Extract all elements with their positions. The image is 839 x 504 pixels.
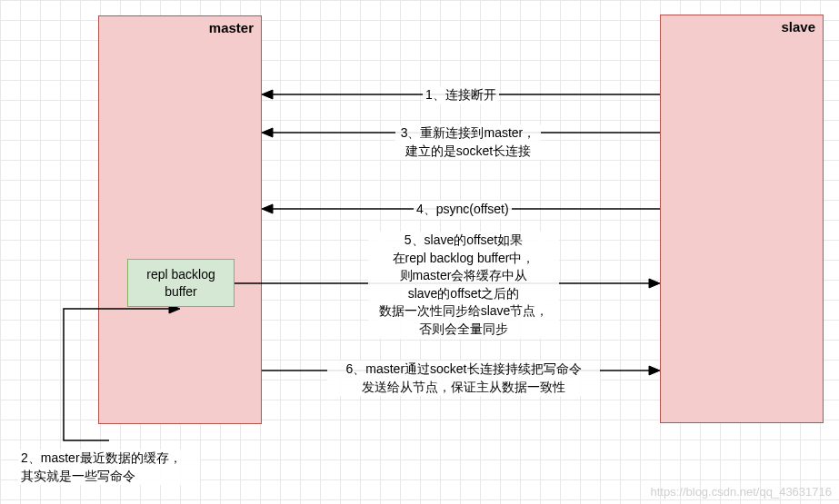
slave-box: slave <box>660 15 824 423</box>
label-4: 4、psync(offset) <box>414 201 512 219</box>
label-2: 2、master最近数据的缓存， 其实就是一些写命令 <box>18 450 200 485</box>
label-6: 6、master通过socket长连接持续把写命令 发送给从节点，保证主从数据一… <box>327 361 600 396</box>
master-label: master <box>209 20 254 35</box>
label-3: 3、重新连接到master， 建立的是socket长连接 <box>395 124 541 160</box>
repl-backlog-buffer-box: repl backlog buffer <box>127 259 235 307</box>
svg-marker-3 <box>262 128 273 137</box>
repl-backlog-buffer-label: repl backlog buffer <box>146 266 215 299</box>
arrow-2 <box>55 300 191 445</box>
svg-marker-1 <box>262 90 273 99</box>
slave-label: slave <box>781 19 815 35</box>
label-5: 5、slave的offset如果 在repl backlog buffer中， … <box>368 232 559 339</box>
svg-marker-7 <box>649 279 660 288</box>
svg-marker-5 <box>262 204 273 213</box>
watermark: https://blog.csdn.net/qq_43631716 <box>651 485 833 499</box>
label-1: 1、连接断开 <box>423 86 499 104</box>
svg-marker-9 <box>649 366 660 375</box>
